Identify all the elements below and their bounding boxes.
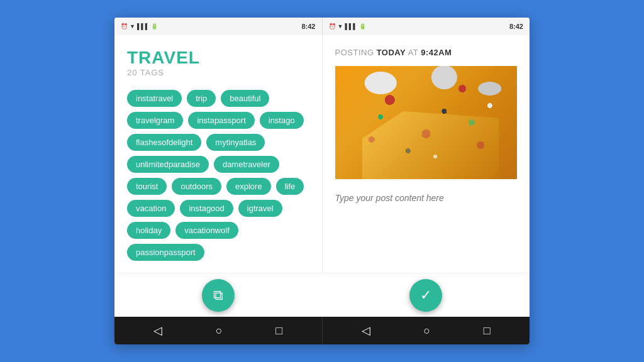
tag-item[interactable]: instago <box>260 112 304 129</box>
check-icon: ✓ <box>420 287 431 304</box>
copy-button[interactable]: ⧉ <box>202 279 235 312</box>
tag-item[interactable]: flashesofdelight <box>127 134 201 151</box>
tag-item[interactable]: vacation <box>127 200 175 217</box>
tag-item[interactable]: trip <box>187 90 216 107</box>
left-panel: TRAVEL 20 TAGS instatraveltripbeautifult… <box>114 35 322 273</box>
tag-item[interactable]: unlimitedparadise <box>127 156 209 173</box>
left-status-bar: ⏰ ▼ ▌▌▌ 🔋 8:42 <box>114 18 322 35</box>
tag-item[interactable]: vacationwolf <box>175 222 238 239</box>
tag-item[interactable]: instatravel <box>127 90 182 107</box>
tag-item[interactable]: passionpassport <box>127 244 204 261</box>
time-label: 9:42AM <box>421 48 452 57</box>
posting-header: POSTING TODAY AT 9:42AM <box>335 48 518 57</box>
right-status-time: 8:42 <box>509 23 523 30</box>
tag-item[interactable]: mytinyatlas <box>206 134 265 151</box>
left-status-time: 8:42 <box>301 23 315 30</box>
left-back-icon[interactable]: ◁ <box>153 324 162 337</box>
tag-item[interactable]: igtravel <box>238 200 282 217</box>
right-status-icons: ⏰ ▼ ▌▌▌ 🔋 <box>329 23 366 30</box>
phone-container: ⏰ ▼ ▌▌▌ 🔋 8:42 ⏰ ▼ ▌▌▌ 🔋 8:42 TRAVEL 20 … <box>114 18 530 344</box>
left-nav-bar: ◁ ○ □ <box>114 317 322 344</box>
right-menu-icon[interactable]: □ <box>484 324 491 337</box>
tag-item[interactable]: instagood <box>180 200 233 217</box>
posting-label: POSTING <box>335 48 374 57</box>
pizza-visual <box>335 66 518 179</box>
battery2-icon: 🔋 <box>359 23 366 30</box>
tag-item[interactable]: tourist <box>127 178 167 195</box>
status-bars: ⏰ ▼ ▌▌▌ 🔋 8:42 ⏰ ▼ ▌▌▌ 🔋 8:42 <box>114 18 530 35</box>
tag-item[interactable]: explore <box>226 178 271 195</box>
right-back-icon[interactable]: ◁ <box>362 324 370 337</box>
wifi2-icon: ▼ <box>338 23 343 30</box>
right-panel: POSTING TODAY AT 9:42AM <box>322 35 530 273</box>
tag-item[interactable]: outdoors <box>172 178 221 195</box>
tag-item[interactable]: instapassport <box>188 112 254 129</box>
travel-title: TRAVEL <box>127 48 309 68</box>
tags-container: instatraveltripbeautifultravelgraminstap… <box>127 90 309 261</box>
tag-item[interactable]: life <box>276 178 304 195</box>
battery-icon: 🔋 <box>151 23 158 30</box>
action-bar: ⧉ ✓ <box>114 273 530 317</box>
tag-item[interactable]: travelgram <box>127 112 183 129</box>
copy-icon: ⧉ <box>213 287 223 304</box>
at-label: AT <box>408 48 418 57</box>
action-right: ✓ <box>322 279 530 312</box>
left-status-icons: ⏰ ▼ ▌▌▌ 🔋 <box>121 23 158 30</box>
nav-bars: ◁ ○ □ ◁ ○ □ <box>114 317 530 344</box>
alarm2-icon: ⏰ <box>329 23 336 30</box>
main-content: TRAVEL 20 TAGS instatraveltripbeautifult… <box>114 35 530 273</box>
today-label: TODAY <box>377 48 406 57</box>
post-content-input[interactable] <box>335 188 518 273</box>
right-status-bar: ⏰ ▼ ▌▌▌ 🔋 8:42 <box>322 18 530 35</box>
action-left: ⧉ <box>114 279 322 312</box>
wifi-icon: ▼ <box>130 23 135 30</box>
tag-item[interactable]: beautiful <box>221 90 269 107</box>
post-image <box>335 66 518 179</box>
signal-icon: ▌▌▌ <box>137 23 149 30</box>
confirm-button[interactable]: ✓ <box>409 279 442 312</box>
tag-item[interactable]: holiday <box>127 222 170 239</box>
left-menu-icon[interactable]: □ <box>275 324 282 337</box>
tags-count: 20 TAGS <box>127 68 309 77</box>
alarm-icon: ⏰ <box>121 23 128 30</box>
tag-item[interactable]: dametraveler <box>214 156 279 173</box>
left-home-icon[interactable]: ○ <box>216 324 223 337</box>
right-nav-bar: ◁ ○ □ <box>322 317 530 344</box>
signal2-icon: ▌▌▌ <box>345 23 357 30</box>
right-home-icon[interactable]: ○ <box>423 324 430 337</box>
